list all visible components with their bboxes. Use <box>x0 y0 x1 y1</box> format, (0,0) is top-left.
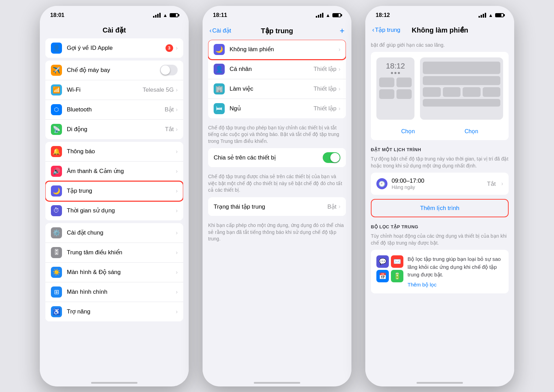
add-button[interactable]: + <box>317 26 345 36</box>
status-group: Trạng thái tập trung Bật › <box>208 197 346 216</box>
airplane-item[interactable]: ✈️ Chế độ máy bay <box>45 61 183 80</box>
filter-header-wrapper: BỘ LỌC TẬP TRUNG <box>365 221 514 232</box>
back-label-3: Tập trung <box>375 26 400 34</box>
personal-label: Cá nhân <box>230 66 313 73</box>
general-label: Cài đặt chung <box>67 229 176 236</box>
screentime-icon: ⏱ <box>51 205 62 216</box>
signal-icon <box>153 13 161 18</box>
schedule-value: Tắt <box>487 180 496 188</box>
preview-ph-2 <box>423 76 500 85</box>
apple-id-item[interactable]: 👤 Gợi ý về ID Apple 3 › <box>45 38 183 58</box>
homescreen-preview <box>420 57 503 120</box>
status-description: Khi bạn cấp phép cho một ứng dụng, ứng d… <box>203 219 351 246</box>
section-focus-modes: 🌙 Không làm phiền › 👤 Cá nhân Thiết lập … <box>203 40 351 118</box>
cellular-value: Tắt <box>165 126 174 133</box>
screen3-title: Không làm phiền <box>400 26 480 34</box>
controlcenter-item[interactable]: 🎛 Trung tâm điều khiển › <box>45 243 183 263</box>
airplane-toggle[interactable] <box>160 65 178 75</box>
bluetooth-item[interactable]: ⬡ Bluetooth Bật › <box>45 100 183 120</box>
bluetooth-icon: ⬡ <box>51 104 62 115</box>
work-item[interactable]: 🏢 Làm việc Thiết lập › <box>208 79 346 99</box>
filter-add-link[interactable]: Thêm bộ lọc <box>408 282 503 288</box>
preview-app-1 <box>379 78 394 87</box>
preview-app-2 <box>396 78 412 87</box>
preview-sp-2 <box>443 87 461 97</box>
sounds-item[interactable]: 🔊 Âm thanh & Cảm ứng › <box>45 162 183 181</box>
status-icons-3: ▲ <box>479 12 504 18</box>
accessibility-item[interactable]: ♿ Trợ năng › <box>45 302 183 321</box>
dnd-icon: 🌙 <box>214 44 225 55</box>
sleep-item[interactable]: 🛏 Ngủ Thiết lập › <box>208 99 346 118</box>
dnd-chevron: › <box>339 46 340 53</box>
general-group: ⚙️ Cài đặt chung › 🎛 Trung tâm điều khiể… <box>45 223 183 321</box>
section-status: Trạng thái tập trung Bật › <box>203 197 351 216</box>
bluetooth-chevron: › <box>176 107 178 113</box>
dnd-item[interactable]: 🌙 Không làm phiền › <box>208 40 346 60</box>
nav-bar-1: Cài đặt <box>40 23 189 38</box>
screentime-item[interactable]: ⏱ Thời gian sử dụng › <box>45 201 183 220</box>
airplane-label: Chế độ máy bay <box>67 66 160 74</box>
general-icon: ⚙️ <box>51 227 62 238</box>
focus-item[interactable]: 🌙 Tập trung › <box>45 181 183 201</box>
apple-id-icon: 👤 <box>51 43 62 54</box>
accessibility-label: Trợ năng <box>67 308 176 315</box>
sounds-icon: 🔊 <box>51 166 62 177</box>
share-toggle[interactable] <box>323 152 340 163</box>
network-group: ✈️ Chế độ máy bay 📶 Wi-Fi Telesale 5G › … <box>45 61 183 139</box>
cellular-item[interactable]: 📡 Di động Tắt › <box>45 120 183 139</box>
work-value: Thiết lập <box>313 85 336 92</box>
filter-icons-row1: 💬 ✉️ <box>376 255 403 268</box>
screen1-title: Cài đặt <box>74 26 154 34</box>
notifications-label: Thông báo <box>67 148 176 155</box>
display-chevron: › <box>176 269 178 275</box>
homescreen-item[interactable]: ⊞ Màn hình chính › <box>45 282 183 302</box>
focus-icon: 🌙 <box>51 185 62 197</box>
focus-status-chevron: › <box>339 203 340 210</box>
notifications-chevron: › <box>176 148 178 155</box>
controlcenter-label: Trung tâm điều khiển <box>67 249 176 256</box>
wifi-item[interactable]: 📶 Wi-Fi Telesale 5G › <box>45 80 183 100</box>
preview-app-4 <box>396 89 412 99</box>
back-button-2[interactable]: ‹ Cài đặt <box>209 27 237 34</box>
section-general: ⚙️ Cài đặt chung › 🎛 Trung tâm điều khiể… <box>40 223 189 321</box>
preview-time: 18:12 <box>386 62 405 71</box>
schedule-header: ĐẶT MỘT LỊCH TRÌNH <box>371 144 509 154</box>
schedule-header-wrapper: ĐẶT MỘT LỊCH TRÌNH <box>365 144 514 155</box>
back-button-3[interactable]: ‹ Tập trung <box>372 26 400 34</box>
nav-bar-2: ‹ Cài đặt Tập trung + <box>203 23 351 40</box>
filter-card: 💬 ✉️ 📅 🔋 Bộ lọc tập trung giúp bạn loại … <box>371 250 509 293</box>
sleep-label: Ngủ <box>230 105 313 112</box>
choose-btn-1[interactable]: Chọn <box>401 128 415 135</box>
signal-icon-2 <box>316 13 323 18</box>
display-item[interactable]: ☀️ Màn hình & Độ sáng › <box>45 263 183 282</box>
screentime-label: Thời gian sử dụng <box>67 207 176 214</box>
phone-screen-2: 18:11 ▲ ‹ Cài đặt Tập trung + 🌙 K <box>203 6 351 386</box>
focus-status-item[interactable]: Trạng thái tập trung Bật › <box>208 197 346 216</box>
wifi-icon: ▲ <box>163 12 168 18</box>
filter-icon-battery: 🔋 <box>391 270 403 282</box>
cellular-label: Di động <box>67 126 165 133</box>
general-item[interactable]: ⚙️ Cài đặt chung › <box>45 223 183 243</box>
notifications-item[interactable]: 🔔 Thông báo › <box>45 142 183 162</box>
apple-id-chevron: › <box>176 45 178 51</box>
share-group: Chia sẻ trên các thiết bị <box>208 148 346 167</box>
apple-id-label: Gợi ý về ID Apple <box>67 44 166 52</box>
home-indicator-3 <box>417 382 463 384</box>
back-chevron-3: ‹ <box>372 26 374 34</box>
dot2 <box>394 72 396 74</box>
focus-description-1: Chế độ tập trung cho phép bạn tùy chỉnh … <box>203 121 351 148</box>
apple-id-badge: 3 <box>166 44 173 52</box>
share-item[interactable]: Chia sẻ trên các thiết bị <box>208 148 346 167</box>
time-display-2: 18:11 <box>213 12 227 18</box>
preview-ph-3 <box>423 99 500 107</box>
cellular-chevron: › <box>176 126 178 133</box>
section-notifications: 🔔 Thông báo › 🔊 Âm thanh & Cảm ứng › 🌙 T… <box>40 142 189 220</box>
filter-icon-calendar: 📅 <box>376 270 389 282</box>
personal-item[interactable]: 👤 Cá nhân Thiết lập › <box>208 60 346 79</box>
choose-btn-2[interactable]: Chọn <box>465 128 478 135</box>
bluetooth-label: Bluetooth <box>67 106 165 113</box>
schedule-item[interactable]: 🕘 09:00–17:00 Hàng ngày Tắt › <box>371 173 509 195</box>
top-description: bật để giúp giới hạn các sao lãng. <box>365 38 514 52</box>
add-schedule-button[interactable]: Thêm lịch trình <box>371 199 509 217</box>
filter-card-text: Bộ lọc tập trung giúp bạn loại bỏ sự sao… <box>408 255 503 279</box>
